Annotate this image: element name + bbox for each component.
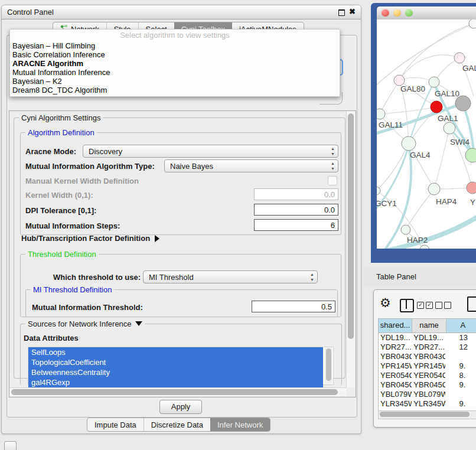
select-all-icon[interactable]: ✓✓ xyxy=(417,302,433,309)
table-cell[interactable]: YDR27... xyxy=(379,343,412,352)
column-header[interactable]: A xyxy=(446,319,476,332)
table-row[interactable]: YBR045CYBR045C9. xyxy=(379,380,476,390)
gear-icon[interactable]: ⚙ xyxy=(380,296,391,310)
table-cell[interactable]: YPR145W xyxy=(412,361,445,371)
table-cell[interactable]: YER054C xyxy=(412,371,445,380)
deselect-all-icon[interactable] xyxy=(435,302,451,309)
mi-algorithm-type-combo[interactable]: Naive Bayes ▲▼ xyxy=(164,159,338,172)
list-item[interactable]: SelfLoops xyxy=(28,347,323,357)
table-cell[interactable]: YBR043C xyxy=(379,352,412,361)
table-cell[interactable]: YBR045C xyxy=(412,380,445,390)
list-item[interactable]: TopologicalCoefficient xyxy=(28,357,323,367)
table-cell[interactable]: 9. xyxy=(445,380,476,390)
mi-threshold-field[interactable]: 0.5 xyxy=(252,301,335,312)
document-icon[interactable] xyxy=(467,296,476,312)
vertical-scrollbar[interactable] xyxy=(346,111,355,387)
table-cell[interactable]: YDL19... xyxy=(379,333,412,343)
table-cell[interactable]: YBR043C xyxy=(412,352,445,361)
network-node[interactable] xyxy=(428,183,440,195)
network-node[interactable] xyxy=(444,122,455,134)
algorithm-option[interactable]: Basic Correlation Inference xyxy=(10,50,340,59)
scrollbar-thumb[interactable] xyxy=(380,412,470,417)
dpi-tolerance-field[interactable]: 0.0 xyxy=(254,204,338,216)
apply-button[interactable]: Apply xyxy=(159,400,202,414)
table-cell[interactable]: YLR345W xyxy=(412,399,445,409)
zoom-traffic-light-icon[interactable] xyxy=(405,9,413,17)
table-row[interactable]: YER054CYER054C8. xyxy=(379,371,476,380)
network-node[interactable] xyxy=(377,187,380,195)
table-cell[interactable]: YPR145W xyxy=(379,361,412,371)
network-window-titlebar[interactable] xyxy=(377,6,476,20)
sources-title-toggle[interactable]: Sources for Network Inference xyxy=(25,319,145,328)
control-panel-titlebar[interactable]: Control Panel ✖ xyxy=(2,5,361,19)
table-row[interactable]: YPR145WYPR145W9. xyxy=(379,361,476,371)
kernel-width-field[interactable]: 0.0 xyxy=(254,188,338,200)
network-node[interactable] xyxy=(469,19,476,28)
table-cell[interactable]: 13 xyxy=(445,333,476,343)
table-cell[interactable]: 12 xyxy=(445,343,476,352)
column-header[interactable]: name xyxy=(412,319,446,332)
list-scrollbar[interactable] xyxy=(325,347,332,384)
data-attributes-list[interactable]: SelfLoops TopologicalCoefficient Between… xyxy=(28,347,334,385)
table-row[interactable]: YBR043CYBR043C xyxy=(379,352,476,361)
table-horizontal-scrollbar[interactable] xyxy=(378,410,476,419)
network-edge[interactable] xyxy=(380,107,436,114)
scrollbar-thumb[interactable] xyxy=(11,389,338,395)
network-node[interactable] xyxy=(465,148,476,162)
network-node[interactable] xyxy=(429,77,439,87)
table-cell[interactable]: 8. xyxy=(445,371,476,380)
node-table[interactable]: shared...nameA YDL19...YDL19...13YDR27..… xyxy=(378,318,476,410)
table-row[interactable]: YBL079WYBL079W xyxy=(379,390,476,399)
network-edge[interactable] xyxy=(399,55,459,80)
table-cell[interactable]: YBL079W xyxy=(379,390,412,399)
list-item[interactable]: gal4RGexp xyxy=(28,377,323,387)
horizontal-scrollbar[interactable] xyxy=(9,387,346,396)
table-row[interactable]: YDL19...YDL19...13 xyxy=(379,333,476,343)
algorithm-option[interactable]: Bayesian – Hill Climbing xyxy=(10,41,340,50)
table-cell[interactable]: YBR045C xyxy=(379,380,412,390)
table-cell[interactable] xyxy=(445,390,476,399)
hub-factor-definition-toggle[interactable]: Hub/Transcription Factor Definition xyxy=(21,234,159,243)
algorithm-option[interactable]: Mutual Information Inference xyxy=(10,68,340,77)
tab-discretize-data[interactable]: Discretize Data xyxy=(144,418,210,431)
scrollbar-thumb[interactable] xyxy=(326,348,331,381)
table-cell[interactable]: YDR27... xyxy=(412,343,445,352)
manual-kernel-width-checkbox[interactable] xyxy=(328,176,337,185)
which-threshold-combo[interactable]: MI Threshold ▲▼ xyxy=(143,270,318,283)
list-item[interactable]: BetweennessCentrality xyxy=(28,367,323,377)
column-header[interactable]: shared... xyxy=(379,319,412,332)
float-window-icon[interactable] xyxy=(338,9,345,16)
table-cell[interactable]: YLR345W xyxy=(379,399,412,409)
close-traffic-light-icon[interactable] xyxy=(382,9,389,17)
split-pane-icon[interactable] xyxy=(400,299,414,312)
table-row[interactable]: YDR27...YDR27...12 xyxy=(379,343,476,352)
table-cell[interactable]: YER054C xyxy=(379,371,412,380)
tab-infer-network[interactable]: Infer Network xyxy=(210,418,270,431)
algorithm-option-selected[interactable]: ARACNE Algorithm xyxy=(10,59,340,68)
network-node[interactable] xyxy=(467,182,476,194)
network-node[interactable] xyxy=(402,136,416,151)
aracne-mode-combo[interactable]: Discovery ▲▼ xyxy=(83,145,338,158)
mi-steps-field[interactable]: 6 xyxy=(254,219,338,231)
network-node[interactable] xyxy=(431,101,442,113)
corner-widget-icon[interactable] xyxy=(4,441,17,450)
network-node[interactable] xyxy=(420,245,429,249)
network-node[interactable] xyxy=(377,109,385,119)
network-edge[interactable] xyxy=(434,128,449,189)
close-icon[interactable]: ✖ xyxy=(349,7,356,16)
network-edge[interactable] xyxy=(385,213,476,249)
minimize-traffic-light-icon[interactable] xyxy=(393,9,401,17)
tab-impute-data[interactable]: Impute Data xyxy=(87,418,144,431)
scrollbar-thumb[interactable] xyxy=(348,113,354,339)
network-canvas[interactable]: GALGAL80GAL10GAL1GAL11SWI4GAL4GCY1HAP4YH… xyxy=(377,19,476,249)
network-node[interactable] xyxy=(454,53,465,63)
table-cell[interactable]: YBL079W xyxy=(412,390,445,399)
network-node[interactable] xyxy=(401,225,410,234)
network-edge[interactable] xyxy=(380,80,399,114)
table-cell[interactable]: YDL19... xyxy=(412,333,445,343)
algorithm-option[interactable]: Dream8 DC_TDC Algorithm xyxy=(10,86,340,94)
table-cell[interactable]: 9. xyxy=(445,399,476,409)
table-cell[interactable] xyxy=(445,352,476,361)
table-row[interactable]: YLR345WYLR345W9. xyxy=(379,399,476,409)
algorithm-option[interactable]: Bayesian – K2 xyxy=(10,77,340,86)
